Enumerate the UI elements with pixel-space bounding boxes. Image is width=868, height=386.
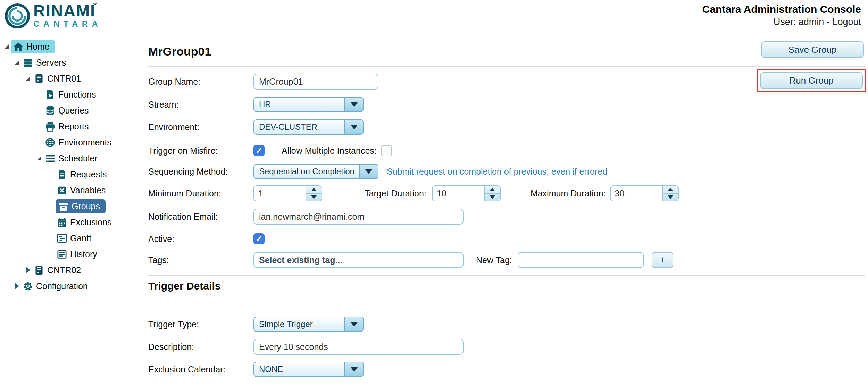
- target-duration-input[interactable]: [433, 186, 484, 201]
- chevron-down-icon[interactable]: [344, 362, 363, 376]
- sidebar-item-scheduler[interactable]: Scheduler: [0, 150, 142, 166]
- logo-wordmark-text: RINAMI: [33, 1, 95, 20]
- group-name-input[interactable]: [253, 74, 378, 90]
- sidebar-item-label: Groups: [72, 201, 100, 211]
- increment-icon[interactable]: [485, 186, 500, 193]
- chevron-down-icon[interactable]: [344, 120, 363, 134]
- form-row-environment: Environment: DEV-CLUSTER: [148, 119, 865, 135]
- requests-icon: [57, 169, 67, 180]
- stream-selected-value: HR: [254, 98, 344, 111]
- sidebar-item-servers[interactable]: Servers: [0, 54, 142, 70]
- expand-toggle[interactable]: [24, 267, 33, 273]
- exclusion-calendar-selected-value: NONE: [254, 362, 344, 376]
- active-checkbox[interactable]: [253, 233, 265, 244]
- decrement-icon[interactable]: [485, 193, 500, 201]
- gear-icon: [23, 281, 33, 292]
- sidebar-item-label: Configuration: [36, 281, 88, 291]
- app-header: RINAMIˇ CANTARA Cantara Administration C…: [0, 0, 868, 32]
- logo-swirl-icon: [4, 3, 31, 29]
- stepper-buttons[interactable]: [662, 186, 678, 201]
- new-tag-input[interactable]: [518, 252, 644, 268]
- chevron-down-icon[interactable]: [344, 317, 363, 331]
- add-tag-button[interactable]: +: [652, 252, 673, 268]
- server-icon: [34, 265, 44, 276]
- environment-select[interactable]: DEV-CLUSTER: [253, 119, 364, 135]
- target-duration-label: Target Duration:: [365, 188, 426, 199]
- form-row-stream: Stream: HR: [148, 97, 865, 112]
- exclusion-calendar-select[interactable]: NONE: [253, 362, 364, 377]
- trigger-details-heading: Trigger Details: [148, 280, 220, 292]
- trigger-on-misfire-checkbox[interactable]: [253, 145, 265, 156]
- stepper-buttons[interactable]: [484, 186, 500, 201]
- sidebar-item-groups[interactable]: Groups: [0, 198, 142, 214]
- form-row-sequencing: Sequencing Method: Sequential on Complet…: [148, 164, 865, 179]
- sidebar-item-exclusions[interactable]: Exclusions: [0, 214, 142, 230]
- maximum-duration-label: Maximum Duration:: [531, 188, 606, 199]
- save-group-button[interactable]: Save Group: [761, 41, 864, 58]
- logo-wordmark: RINAMIˇ: [33, 3, 102, 19]
- form-row-email: Notification Email:: [148, 209, 865, 225]
- maximum-duration-input[interactable]: [611, 186, 662, 201]
- trigger-type-select[interactable]: Simple Trigger: [253, 317, 364, 332]
- sidebar-item-environments[interactable]: Environments: [0, 134, 142, 150]
- decrement-icon[interactable]: [306, 193, 322, 201]
- description-input[interactable]: [253, 339, 464, 355]
- sidebar-item-cntr02[interactable]: CNTR02: [0, 262, 142, 278]
- sidebar-item-label: Functions: [58, 90, 96, 100]
- increment-icon[interactable]: [663, 186, 678, 193]
- form-row-trigger-type: Trigger Type: Simple Trigger: [148, 317, 865, 332]
- increment-icon[interactable]: [306, 186, 322, 193]
- expand-toggle[interactable]: [2, 44, 11, 49]
- home-highlight[interactable]: Home: [11, 40, 55, 53]
- sidebar-item-functions[interactable]: Functions: [0, 86, 142, 102]
- sidebar-item-history[interactable]: History: [0, 246, 142, 262]
- group-name-label: Group Name:: [148, 77, 253, 87]
- server-icon: [34, 73, 44, 84]
- tags-input[interactable]: [253, 252, 464, 268]
- app-title: Cantara Administration Console: [702, 3, 861, 15]
- sidebar-item-label: Exclusions: [70, 217, 112, 227]
- selected-item-highlight[interactable]: Groups: [56, 199, 106, 213]
- target-duration-stepper[interactable]: [432, 185, 501, 201]
- sidebar-item-home[interactable]: Home: [0, 39, 142, 54]
- minimum-duration-input[interactable]: [254, 186, 306, 201]
- allow-multiple-instances-checkbox[interactable]: [381, 145, 392, 156]
- stream-select[interactable]: HR: [253, 97, 364, 112]
- expand-toggle[interactable]: [24, 76, 33, 81]
- sidebar-item-queries[interactable]: Queries: [0, 102, 142, 118]
- stepper-buttons[interactable]: [306, 186, 322, 201]
- logout-link[interactable]: Logout: [832, 17, 861, 27]
- expand-toggle[interactable]: [12, 283, 22, 289]
- sequencing-method-select[interactable]: Sequential on Completion: [253, 164, 378, 179]
- minimum-duration-label: Minimum Duration:: [148, 188, 253, 199]
- maximum-duration-stepper[interactable]: [610, 185, 679, 201]
- sidebar-item-label: Environments: [58, 137, 111, 148]
- tags-label: Tags:: [148, 255, 253, 265]
- environment-selected-value: DEV-CLUSTER: [254, 120, 344, 134]
- sidebar-item-variables[interactable]: Variables: [0, 182, 142, 198]
- chevron-down-icon[interactable]: [344, 98, 363, 111]
- sidebar-item-configuration[interactable]: Configuration: [0, 278, 142, 294]
- gantt-chart-icon: [57, 233, 67, 244]
- functions-icon: [45, 89, 56, 100]
- trigger-type-selected-value: Simple Trigger: [254, 317, 344, 331]
- notification-email-input[interactable]: [253, 209, 464, 225]
- chevron-down-icon[interactable]: [359, 165, 378, 178]
- expand-toggle[interactable]: [35, 156, 44, 160]
- sidebar-item-cntr01[interactable]: CNTR01: [0, 70, 142, 86]
- trigger-type-label: Trigger Type:: [148, 319, 253, 329]
- expand-toggle[interactable]: [12, 60, 22, 65]
- minimum-duration-stepper[interactable]: [253, 185, 322, 201]
- decrement-icon[interactable]: [663, 193, 678, 201]
- description-label: Description:: [148, 342, 253, 352]
- title-divider: [148, 66, 865, 67]
- sidebar-item-reports[interactable]: Reports: [0, 118, 142, 134]
- variables-icon: [57, 185, 67, 196]
- sidebar-item-gantt[interactable]: Gantt: [0, 230, 142, 246]
- form-row-exclusion-calendar: Exclusion Calendar: NONE: [148, 362, 865, 377]
- home-icon: [13, 41, 24, 52]
- user-admin-link[interactable]: admin: [799, 17, 824, 27]
- sequencing-method-label: Sequencing Method:: [148, 167, 253, 177]
- sidebar-item-requests[interactable]: Requests: [0, 166, 142, 182]
- sequencing-method-selected-value: Sequential on Completion: [254, 165, 359, 178]
